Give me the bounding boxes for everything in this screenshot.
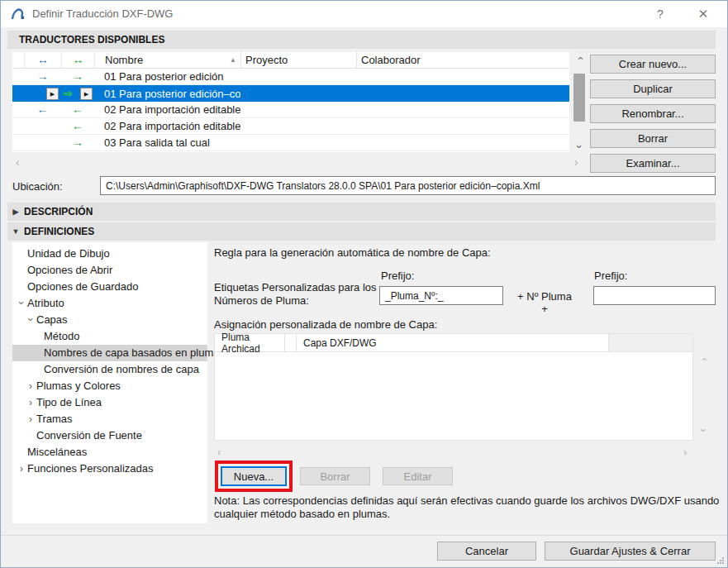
translators-table: ↔ ↔ Nombre ▲ Proyecto Colaborador → → 01…: [12, 52, 569, 152]
chevron-right-icon: ▶: [7, 208, 24, 216]
chevron-right-icon: ›: [25, 378, 36, 394]
delete-mapping-button: Borrar: [300, 467, 370, 485]
tree-item-custom-functions[interactable]: ›Funciones Personalizadas: [12, 461, 207, 477]
custom-layer-assignment-title: Asignación personalizada de nombre de Ca…: [214, 318, 437, 331]
tree-item-save-options[interactable]: Opciones de Guardado: [12, 279, 207, 295]
help-button[interactable]: ?: [648, 4, 673, 24]
translator-row[interactable]: → → 01 Para posterior edición: [12, 69, 569, 85]
tree-item-pen-based-layer-names[interactable]: Nombres de capa basados en plumas: [12, 345, 207, 361]
collaborator-column-header[interactable]: Colaborador: [356, 52, 462, 68]
translator-name: 02 Para importación editable–...: [94, 118, 240, 134]
scroll-left-icon[interactable]: ‹: [16, 155, 20, 169]
open-arrow-icon: →: [24, 69, 61, 84]
scroll-down-icon[interactable]: ›: [573, 141, 586, 152]
dxf-dwg-translation-setup-dialog: Definir Traducción DXF-DWG ? ✕ TRADUCTOR…: [0, 0, 728, 568]
prefix-label: Prefijo:: [381, 270, 414, 282]
duplicate-button[interactable]: Duplicar: [590, 79, 716, 98]
save-direction-column-icon[interactable]: ↔: [61, 52, 94, 68]
open-settings-expand-button[interactable]: ▶: [46, 88, 59, 100]
open-arrow-icon: ←: [24, 102, 61, 117]
chevron-down-icon: ▼: [7, 227, 24, 236]
available-translators-header: TRADUCTORES DISPONIBLES: [7, 31, 716, 49]
pen-column-header[interactable]: Pluma Archicad: [215, 334, 285, 351]
delete-translator-button[interactable]: Borrar: [590, 129, 716, 148]
save-arrow-icon: ⇒: [63, 86, 73, 102]
chevron-right-icon: ›: [25, 394, 36, 411]
save-arrow-icon: →: [61, 69, 94, 84]
sort-ascending-icon: ▲: [230, 52, 236, 68]
cancel-button[interactable]: Cancelar: [437, 542, 536, 561]
translator-name: 01 Para posterior edición–copia: [94, 85, 240, 102]
browse-button[interactable]: Examinar...: [590, 154, 716, 173]
tree-item-layers[interactable]: ›Capas: [12, 312, 207, 328]
custom-pen-tags-label: Etiquetas Personalizadas para los Número…: [214, 281, 379, 308]
chevron-right-icon: ›: [16, 461, 27, 477]
chevron-down-icon: ›: [25, 312, 36, 328]
tree-item-line-type[interactable]: ›Tipo de Línea: [12, 394, 207, 411]
pen-prefix-input[interactable]: [379, 286, 503, 305]
resize-grip-icon[interactable]: [716, 556, 725, 565]
edit-mapping-button: Editar: [383, 467, 453, 485]
archicad-logo-icon: [11, 7, 26, 21]
save-arrow-icon: →: [61, 135, 94, 150]
tree-item-miscellaneous[interactable]: Misceláneas: [12, 444, 207, 461]
pen-suffix-input[interactable]: [593, 286, 716, 305]
project-column-header[interactable]: Proyecto: [240, 52, 356, 68]
translator-row-selected[interactable]: ▶ ⇒ ▶ 01 Para posterior edición–copia: [12, 85, 569, 102]
scroll-down-icon[interactable]: ›: [702, 424, 705, 437]
chevron-down-icon: ›: [16, 295, 27, 312]
tree-item-attribute[interactable]: ›Atributo: [12, 295, 207, 312]
mapping-table-header: Pluma Archicad Capa DXF/DWG: [215, 334, 692, 352]
scrollbar-thumb[interactable]: [573, 74, 585, 122]
available-translators-label: TRADUCTORES DISPONIBLES: [19, 34, 164, 45]
window-title: Definir Traducción DXF-DWG: [32, 7, 173, 20]
header-gap-cell: [285, 334, 297, 351]
scroll-right-icon[interactable]: ›: [574, 155, 578, 169]
description-label: DESCRIPCIÓN: [24, 206, 93, 217]
open-direction-column-icon[interactable]: ↔: [24, 52, 61, 68]
translator-name: 01 Para posterior edición: [94, 69, 240, 84]
tree-item-font-conversion[interactable]: Conversión de Fuente: [12, 427, 207, 444]
pen-number-joiner-label: + Nº Pluma +: [513, 290, 576, 315]
tree-item-open-options[interactable]: Opciones de Abrir: [12, 262, 207, 279]
layer-column-header[interactable]: Capa DXF/DWG: [297, 334, 609, 351]
scroll-right-icon[interactable]: ›: [683, 446, 687, 458]
chevron-right-icon: ›: [25, 411, 36, 427]
translators-vertical-scrollbar[interactable]: › ›: [573, 52, 586, 152]
location-path-field[interactable]: [100, 176, 716, 195]
translator-row[interactable]: → 03 Para salida tal cual: [12, 135, 569, 151]
suffix-prefix-label: Prefijo:: [594, 270, 627, 282]
definitions-label: DEFINICIONES: [24, 226, 94, 237]
tree-item-fills[interactable]: ›Tramas: [12, 411, 207, 427]
new-mapping-button[interactable]: Nueva...: [221, 466, 287, 486]
definitions-section-header[interactable]: ▼ DEFINICIONES: [7, 222, 716, 241]
save-arrow-icon: ←: [61, 118, 94, 134]
scroll-up-icon[interactable]: ›: [573, 52, 586, 64]
name-column-header[interactable]: Nombre ▲: [94, 52, 240, 68]
pen-layer-mapping-table[interactable]: Pluma Archicad Capa DXF/DWG: [214, 333, 693, 441]
scroll-left-icon[interactable]: ‹: [217, 446, 221, 458]
header-blank-cell: [12, 52, 24, 68]
definitions-tree: Unidad de Dibujo Opciones de Abrir Opcio…: [12, 242, 207, 523]
scroll-up-icon[interactable]: ›: [702, 353, 705, 365]
rename-button[interactable]: Renombrar...: [590, 104, 716, 123]
save-arrow-icon: ←: [61, 102, 94, 117]
footer-divider: [1, 535, 728, 536]
tree-item-pens-colors[interactable]: ›Plumas y Colores: [12, 378, 207, 394]
close-icon[interactable]: ✕: [691, 4, 716, 24]
create-new-button[interactable]: Crear nuevo...: [590, 55, 716, 74]
tree-item-drawing-unit[interactable]: Unidad de Dibujo: [12, 246, 207, 262]
translators-table-header[interactable]: ↔ ↔ Nombre ▲ Proyecto Colaborador: [12, 52, 569, 69]
mapping-note-text: Nota: Las correspondencias definidas aqu…: [214, 494, 726, 521]
tree-item-layer-name-conversion[interactable]: Conversión de nombres de capa: [12, 361, 207, 378]
description-section-header[interactable]: ▶ DESCRIPCIÓN: [7, 203, 716, 221]
save-settings-expand-button[interactable]: ▶: [80, 88, 93, 100]
translator-name: 02 Para importación editable: [94, 102, 240, 117]
translator-row[interactable]: ← ← 02 Para importación editable: [12, 102, 569, 118]
translator-name: 03 Para salida tal cual: [94, 135, 240, 150]
titlebar: Definir Traducción DXF-DWG ? ✕: [1, 1, 727, 27]
translator-row[interactable]: ← 02 Para importación editable–...: [12, 118, 569, 135]
save-settings-close-button[interactable]: Guardar Ajustes & Cerrar: [545, 542, 716, 561]
tree-item-method[interactable]: Método: [12, 328, 207, 345]
location-label: Ubicación:: [12, 180, 63, 193]
